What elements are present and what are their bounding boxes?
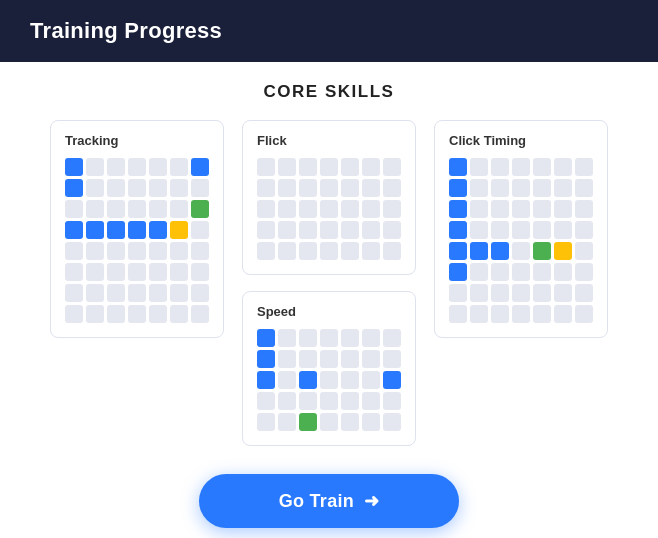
speed-card: Speed bbox=[242, 291, 416, 446]
grid-cell bbox=[65, 158, 83, 176]
grid-cell bbox=[383, 329, 401, 347]
grid-cell bbox=[383, 392, 401, 410]
grid-cell bbox=[320, 179, 338, 197]
grid-cell bbox=[575, 179, 593, 197]
grid-cell bbox=[470, 263, 488, 281]
flick-card: Flick bbox=[242, 120, 416, 275]
grid-cell bbox=[383, 350, 401, 368]
grid-cell bbox=[512, 242, 530, 260]
grid-cell bbox=[86, 179, 104, 197]
grid-cell bbox=[278, 200, 296, 218]
grid-cell bbox=[383, 371, 401, 389]
grid-cell bbox=[128, 242, 146, 260]
grid-cell bbox=[257, 200, 275, 218]
grid-cell bbox=[554, 179, 572, 197]
page-title: Training Progress bbox=[30, 18, 222, 43]
go-train-arrow: ➜ bbox=[364, 490, 379, 512]
grid-cell bbox=[170, 158, 188, 176]
grid-cell bbox=[449, 242, 467, 260]
grid-cell bbox=[449, 200, 467, 218]
grid-cell bbox=[170, 200, 188, 218]
grid-cell bbox=[341, 350, 359, 368]
grid-cell bbox=[278, 392, 296, 410]
grid-cell bbox=[107, 242, 125, 260]
grid-cell bbox=[65, 284, 83, 302]
grid-cell bbox=[512, 305, 530, 323]
grid-cell bbox=[575, 242, 593, 260]
grid-cell bbox=[107, 179, 125, 197]
grid-cell bbox=[257, 221, 275, 239]
grid-cell bbox=[278, 371, 296, 389]
grid-cell bbox=[170, 221, 188, 239]
grid-cell bbox=[449, 284, 467, 302]
grid-cell bbox=[449, 221, 467, 239]
grid-cell bbox=[170, 284, 188, 302]
grid-cell bbox=[170, 305, 188, 323]
grid-cell bbox=[341, 392, 359, 410]
grid-cell bbox=[86, 284, 104, 302]
grid-cell bbox=[107, 284, 125, 302]
grid-cell bbox=[191, 242, 209, 260]
grid-cell bbox=[128, 284, 146, 302]
grid-cell bbox=[362, 371, 380, 389]
grid-cell bbox=[320, 371, 338, 389]
grid-cell bbox=[191, 284, 209, 302]
grid-cell bbox=[341, 371, 359, 389]
grid-cell bbox=[299, 392, 317, 410]
grid-cell bbox=[512, 179, 530, 197]
grid-cell bbox=[320, 221, 338, 239]
go-train-label: Go Train bbox=[279, 491, 354, 512]
grid-cell bbox=[191, 158, 209, 176]
right-column: Flick Speed bbox=[242, 120, 416, 446]
grid-cell bbox=[341, 179, 359, 197]
grid-cell bbox=[491, 263, 509, 281]
grid-cell bbox=[278, 242, 296, 260]
grid-cell bbox=[320, 350, 338, 368]
grid-cell bbox=[383, 200, 401, 218]
click-timing-grid bbox=[449, 158, 593, 323]
grid-cell bbox=[299, 371, 317, 389]
grid-cell bbox=[170, 179, 188, 197]
grid-cell bbox=[554, 200, 572, 218]
go-train-button[interactable]: Go Train ➜ bbox=[199, 474, 460, 528]
grid-cell bbox=[257, 392, 275, 410]
grid-cell bbox=[191, 263, 209, 281]
click-timing-card: Click Timing bbox=[434, 120, 608, 338]
grid-cell bbox=[512, 200, 530, 218]
grid-cell bbox=[278, 413, 296, 431]
grid-cell bbox=[383, 179, 401, 197]
grid-cell bbox=[491, 158, 509, 176]
grid-cell bbox=[491, 221, 509, 239]
grid-cell bbox=[128, 179, 146, 197]
grid-cell bbox=[575, 305, 593, 323]
grid-cell bbox=[257, 350, 275, 368]
grid-cell bbox=[107, 305, 125, 323]
grid-cell bbox=[362, 329, 380, 347]
click-timing-title: Click Timing bbox=[449, 133, 593, 148]
grid-cell bbox=[107, 200, 125, 218]
grid-cell bbox=[149, 158, 167, 176]
flick-title: Flick bbox=[257, 133, 401, 148]
grid-cell bbox=[149, 305, 167, 323]
grid-cell bbox=[449, 305, 467, 323]
tracking-card: Tracking bbox=[50, 120, 224, 338]
flick-grid bbox=[257, 158, 401, 260]
grid-cell bbox=[341, 158, 359, 176]
main-content: CORE SKILLS Tracking Flick Speed Click T… bbox=[0, 62, 658, 538]
grid-cell bbox=[320, 158, 338, 176]
grid-cell bbox=[383, 221, 401, 239]
grid-cell bbox=[257, 179, 275, 197]
grid-cell bbox=[470, 158, 488, 176]
grid-cell bbox=[554, 263, 572, 281]
grid-cell bbox=[257, 413, 275, 431]
speed-grid bbox=[257, 329, 401, 431]
grid-cell bbox=[149, 221, 167, 239]
grid-cell bbox=[299, 158, 317, 176]
grid-cell bbox=[299, 200, 317, 218]
grid-cell bbox=[449, 158, 467, 176]
grid-cell bbox=[257, 158, 275, 176]
grid-cell bbox=[128, 305, 146, 323]
grid-cell bbox=[383, 242, 401, 260]
grid-cell bbox=[512, 263, 530, 281]
grid-cell bbox=[362, 179, 380, 197]
